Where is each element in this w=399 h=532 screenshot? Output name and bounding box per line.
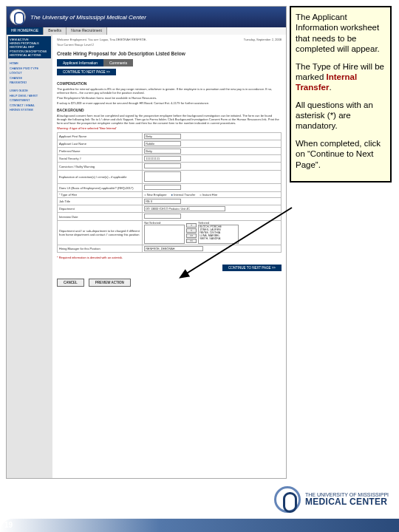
footer-stripe (0, 519, 399, 532)
breadcrumb: Welcome Employment. You are: Logan, Tina… (57, 38, 282, 41)
callout-p3: All questions with an asterisk (*) are m… (296, 100, 386, 132)
section-compensation: COMPENSATION (57, 81, 282, 86)
field-dept[interactable]: DO 13000 ICECO Pediatric Unit 4C (144, 206, 225, 211)
sidebar-links-1: HOME CHANGE PWD TYPE LOGOUT CHANGE PASSW… (8, 60, 51, 87)
callout-p4: When completed, click on “Continue to Ne… (296, 138, 386, 170)
field-jobtitle[interactable]: RN II (144, 199, 181, 204)
subtab-comments[interactable]: Comments (103, 59, 133, 66)
footer-logo-big: MEDICAL CENTER (305, 497, 389, 507)
move-all-right-button[interactable]: >> (186, 233, 197, 238)
group-text: Your Current Group: Level 2 (57, 43, 282, 47)
mandatory-note: * Required information is denoted with a… (57, 256, 282, 259)
list-item[interactable]: SMITH, SANDRA (200, 238, 237, 241)
date-text: Tuesday, September 2, 2008 (244, 38, 282, 41)
move-all-left-button[interactable]: << (186, 239, 197, 243)
lbl-dept: Department (58, 205, 143, 213)
move-buttons: > < >> << (186, 223, 197, 243)
tab-home[interactable]: HR HOMEPAGE (7, 27, 44, 35)
preview-button[interactable]: PREVIEW ACTION (89, 279, 131, 287)
app-banner: The University of Mississippi Medical Ce… (7, 7, 286, 27)
field-last-name[interactable]: Rubble (144, 141, 181, 146)
lbl-jobtitle: Job Title (58, 198, 143, 205)
sidebar-nav-block: VIEW ACTIVE HIRING PROPOSALS HISTORICAL … (8, 36, 51, 58)
radio-internal[interactable]: Internal Transfer (171, 193, 196, 197)
field-pref-name[interactable]: Betty (144, 149, 181, 154)
banner-logo-icon (10, 9, 26, 25)
lbl-conviction: Conviction / Guilty Warning (58, 163, 143, 171)
listbox-available[interactable] (144, 225, 185, 244)
move-left-button[interactable]: < (186, 228, 197, 233)
subtab-applicant[interactable]: Applicant Information (57, 59, 103, 66)
top-tabs: HR HOMEPAGE Benefits Nurse Recruitment (7, 27, 286, 35)
type-of-hire-radios: New Employee Internal Transfer Instant H… (144, 193, 279, 197)
lbl-explain: Explanation of conviction(s) / crime(s) … (58, 171, 143, 184)
banner-title: The University of Mississippi Medical Ce… (30, 14, 146, 21)
bg-warning: Warning: if type of hire selected 'New I… (57, 126, 282, 130)
field-conviction[interactable] (144, 163, 181, 168)
comp-p2: Prior Employment Verification forms must… (57, 96, 282, 100)
footer-logo-text: THE UNIVERSITY OF MISSISSIPPI MEDICAL CE… (305, 492, 389, 507)
sidebar-link[interactable]: USER GUIDE (10, 89, 50, 93)
sidebar-link[interactable]: HIRING SYSTEM (10, 108, 50, 112)
lbl-pref-name: Preferred Name (58, 148, 143, 155)
continue-button-bottom[interactable]: CONTINUE TO NEXT PAGE >> (222, 265, 282, 271)
tab-nurse[interactable]: Nurse Recruitment (66, 27, 107, 35)
lbl-search: Department and / or sub-department to be… (58, 221, 143, 245)
field-explain[interactable] (144, 171, 181, 182)
app-screenshot: The University of Mississippi Medical Ce… (6, 6, 287, 479)
instruction-callout: The Applicant Information worksheet that… (290, 6, 392, 183)
main-panel: Welcome Employment. You are: Logan, Tina… (52, 35, 286, 478)
lbl-manager: Hiring Manager for this Position (58, 245, 143, 253)
subtab-bar: Applicant Information Comments (57, 59, 282, 66)
move-right-button[interactable]: > (186, 223, 197, 228)
lbl-first-name: Applicant First Name (58, 133, 143, 140)
comp-p3: If salary is $75,000 or more approval mu… (57, 101, 282, 105)
page-number: 19 (4, 521, 13, 529)
lbl-type: * Type of Hire (58, 192, 143, 198)
field-manager[interactable]: RENFROE, DEBORAH (144, 246, 203, 251)
sidebar-link[interactable]: CHANGE PWD TYPE (10, 66, 50, 71)
welcome-text: Welcome Employment. You are: Logan, Tina… (57, 38, 147, 41)
radio-instant[interactable]: Instant Hire (200, 193, 217, 197)
tab-benefits[interactable]: Benefits (44, 27, 66, 35)
lbl-ssn: Social Security # (58, 155, 143, 163)
callout-p1: The Applicant Information worksheet that… (296, 12, 386, 55)
listbox-selected[interactable]: BLOCH, PORCHE JONES, LAUREN PAYNE, CINTH… (198, 225, 239, 244)
sidebar-link[interactable]: COMMITMENT (10, 98, 50, 103)
sidebar-link[interactable]: HOME (10, 61, 50, 66)
lbl-last-name: Applicant Last Name (58, 140, 143, 148)
body-area: VIEW ACTIVE HIRING PROPOSALS HISTORICAL … (7, 35, 286, 478)
field-i9[interactable] (144, 185, 181, 190)
sidebar-link[interactable]: PASSWORD (10, 81, 50, 85)
lbl-interview: Interview Date (58, 213, 143, 221)
radio-new[interactable]: New Employee (144, 193, 166, 197)
sidebar-item[interactable]: HISTORICAL ACTIONS (10, 53, 50, 57)
sidebar-item[interactable]: POSITION DESCRIPTIONS (10, 50, 50, 53)
lbl-i9: Does I-9 (Basis of Employment) applicabl… (58, 184, 143, 192)
footer-logo: THE UNIVERSITY OF MISSISSIPPI MEDICAL CE… (274, 486, 389, 513)
field-first-name[interactable]: Betty (144, 134, 181, 139)
slide: The University of Mississippi Medical Ce… (0, 0, 399, 532)
field-ssn[interactable]: 111111111 (144, 156, 181, 161)
sidebar-link[interactable]: HELP DESK / MERIT (10, 94, 50, 98)
sidebar-link[interactable]: CHANGE (10, 76, 50, 81)
footer-logo-icon (274, 486, 301, 513)
page-title: Create Hiring Proposal for Job Descripti… (57, 51, 282, 56)
comp-p1: The guideline for internal applicants is… (57, 87, 282, 95)
sidebar-links-2: USER GUIDE HELP DESK / MERIT COMMITMENT … (8, 87, 51, 115)
sidebar-link[interactable]: CONTACT / EMAIL (10, 103, 50, 108)
cancel-button[interactable]: CANCEL (57, 279, 84, 287)
bg-p1: A background consent form must be comple… (57, 114, 282, 125)
field-interview[interactable] (144, 214, 181, 219)
footer-buttons: CANCEL PREVIEW ACTION (57, 279, 282, 287)
sidebar-link[interactable]: LOGOUT (10, 71, 50, 75)
section-background: BACKGROUND (57, 108, 282, 112)
callout-p2: The Type of Hire will be marked Internal… (296, 61, 386, 93)
continue-button-top[interactable]: CONTINUE TO NEXT PAGE >> (57, 69, 116, 75)
sidebar: VIEW ACTIVE HIRING PROPOSALS HISTORICAL … (7, 35, 52, 478)
